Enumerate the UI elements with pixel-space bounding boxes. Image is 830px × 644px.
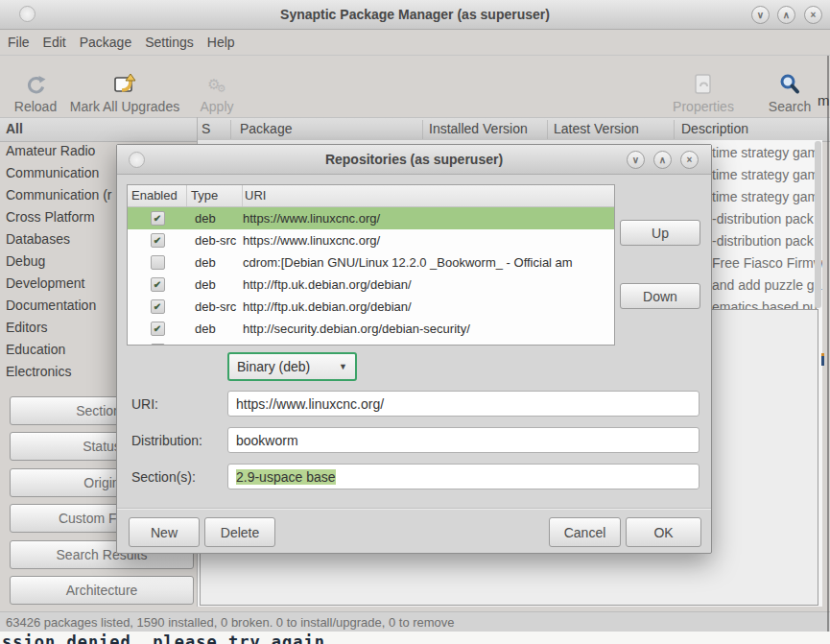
minimize-button[interactable]: ∨ [751,6,770,24]
down-button[interactable]: Down [620,283,700,309]
menubar: File Edit Package Settings Help [0,29,830,55]
close-button[interactable]: × [804,6,822,24]
cancel-button[interactable]: Cancel [549,517,621,547]
statusbar-text: 63426 packages listed, 1590 installed, 0… [6,615,455,630]
terminal-window-fragment: ssion denied. please try again [0,632,830,644]
list-header-row[interactable]: All S Package Installed Version Latest V… [0,117,830,142]
properties-icon [694,70,713,99]
sections-field[interactable]: 2.9-uspace base [227,464,700,489]
dialog-minimize-button[interactable]: ∨ [627,151,645,169]
reload-icon [24,70,47,99]
up-button[interactable]: Up [620,220,700,246]
distribution-label: Distribution: [131,433,202,448]
package-description-cell[interactable]: -distribution pack [712,208,822,230]
repo-row[interactable]: ✔ deb http://security.debian.org/debian-… [128,318,614,340]
repo-row-partial[interactable] [128,340,614,346]
repo-row[interactable]: deb cdrom:[Debian GNU/Linux 12.2.0 _Book… [128,251,614,274]
column-description[interactable]: Description [681,121,748,136]
package-description-cell[interactable]: -distribution pack [712,230,822,252]
architecture-button[interactable]: Architecture [10,576,194,605]
repositories-dialog: Repositories (as superuser) ∨ ∧ × Enable… [116,144,712,554]
repo-row[interactable]: ✔ deb-src http://ftp.uk.debian.org/debia… [128,296,614,318]
package-description-cell[interactable]: Free Fiasco Firmw [712,252,822,274]
sidebar-header-all[interactable]: All [6,121,23,136]
new-button[interactable]: New [129,517,200,547]
package-description-cell[interactable]: time strategy gam [712,186,822,208]
selected-text: 2.9-uspace base [236,469,336,485]
type-dropdown[interactable]: Binary (deb) ▼ [227,352,357,381]
dialog-close-button[interactable]: × [680,151,699,169]
package-description-cell[interactable]: time strategy gam [712,164,822,186]
repo-row[interactable]: ✔ deb-src https://www.linuxcnc.org/ [128,229,614,251]
column-uri[interactable]: URI [243,185,614,206]
mark-all-upgrades-button[interactable]: Mark All Upgrades [67,59,182,114]
column-latest-version[interactable]: Latest Version [554,121,639,136]
checkbox-checked-icon[interactable] [151,344,165,346]
main-titlebar[interactable]: Synaptic Package Manager (as superuser) … [0,0,830,30]
menu-settings[interactable]: Settings [145,35,194,50]
chevron-down-icon: ▼ [339,362,347,371]
apply-gears-icon: ⚙⚙ [207,70,225,99]
checkbox-checked-icon[interactable]: ✔ [151,299,165,314]
uri-field[interactable]: https://www.linuxcnc.org/ [227,391,700,417]
background-caret-fragment [821,353,824,366]
repository-list-header[interactable]: Enabled Type URI [128,185,614,207]
checkbox-checked-icon[interactable]: ✔ [151,233,165,248]
main-window-title: Synaptic Package Manager (as superuser) [280,7,550,22]
toolbar: Reload Mark All Upgrades ⚙⚙ Apply Proper… [0,55,830,117]
dialog-titlebar[interactable]: Repositories (as superuser) ∨ ∧ × [117,145,711,175]
uri-label: URI: [131,396,158,412]
checkbox-checked-icon[interactable]: ✔ [151,277,165,292]
list-scrollbar[interactable] [815,141,821,308]
maximize-button[interactable]: ∧ [777,6,795,24]
window-icon [19,6,36,22]
delete-button[interactable]: Delete [204,517,275,547]
repo-row[interactable]: ✔ deb http://ftp.uk.debian.org/debian/ [128,274,614,296]
search-button[interactable]: Search [760,59,819,114]
column-package[interactable]: Package [240,121,292,136]
distribution-field[interactable]: bookworm [227,427,700,453]
dialog-title: Repositories (as superuser) [325,152,503,167]
reload-button[interactable]: Reload [8,59,63,114]
background-edge-line [827,56,829,632]
dialog-separator [117,508,711,510]
terminal-text-fragment: ssion denied. please try again [2,632,325,644]
statusbar: 63426 packages listed, 1590 installed, 0… [0,611,830,632]
search-icon [778,70,801,99]
ok-button[interactable]: OK [626,517,701,547]
checkbox-checked-icon[interactable]: ✔ [151,322,165,336]
dialog-window-icon [129,152,145,168]
column-type[interactable]: Type [187,185,243,206]
column-status[interactable]: S [202,121,210,136]
mark-all-upgrades-icon [112,70,137,99]
repository-list: Enabled Type URI ✔ deb https://www.linux… [127,184,615,346]
menu-file[interactable]: File [8,35,30,50]
column-installed-version[interactable]: Installed Version [429,121,528,136]
package-description-cell[interactable]: time strategy gam [712,142,822,164]
checkbox-checked-icon[interactable]: ✔ [151,211,165,226]
apply-button[interactable]: ⚙⚙ Apply [190,59,244,114]
sections-label: Section(s): [131,469,196,485]
repo-row[interactable]: ✔ deb https://www.linuxcnc.org/ [128,207,614,229]
background-edge-text: m [818,92,830,108]
package-description-cell[interactable]: and add puzzle ga [712,274,822,297]
column-enabled[interactable]: Enabled [128,185,187,206]
properties-button[interactable]: Properties [660,59,747,114]
menu-help[interactable]: Help [207,35,235,50]
menu-package[interactable]: Package [80,35,131,50]
checkbox-unchecked-icon[interactable] [151,255,165,270]
menu-edit[interactable]: Edit [43,35,66,50]
dialog-maximize-button[interactable]: ∧ [653,151,672,169]
